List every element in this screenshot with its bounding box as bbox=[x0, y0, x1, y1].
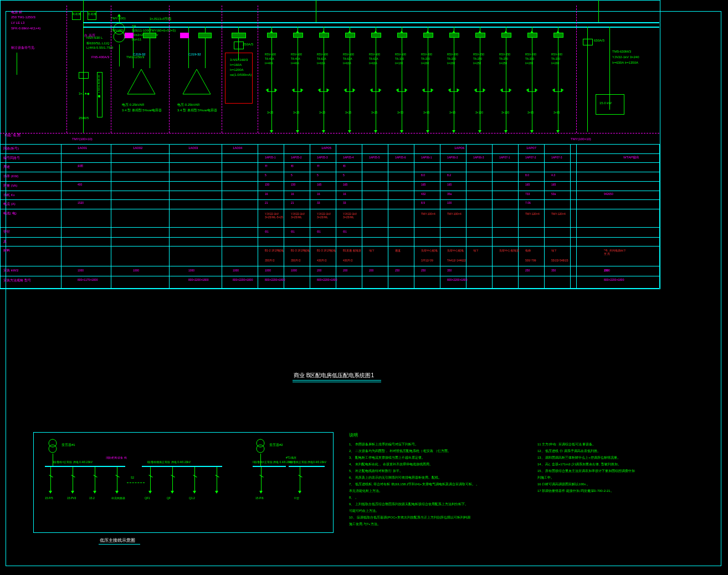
cell: 1AP06 bbox=[454, 146, 464, 150]
cell: 5 bbox=[343, 174, 345, 177]
fd-cb: 3×95 bbox=[553, 111, 560, 114]
tbl-h bbox=[0, 288, 659, 289]
cap-note4: 3.4 型 单相型 5%var电容器 bbox=[177, 108, 217, 113]
sub-title: 低压主接线示意图 bbox=[100, 537, 135, 543]
a bbox=[483, 89, 486, 92]
a bbox=[344, 89, 347, 92]
fd-rt: Ir=63A bbox=[317, 61, 325, 65]
sw-riser bbox=[217, 467, 217, 492]
cell: 800×2200×1800 bbox=[265, 279, 285, 282]
cell: 1AP07-2 bbox=[525, 156, 536, 159]
a bbox=[292, 89, 295, 92]
tbl-hdr: 电流 (A) bbox=[3, 202, 16, 207]
cell: 200 bbox=[317, 269, 321, 273]
cell: YJV22-1kV 3×25/WL bbox=[317, 213, 341, 219]
cell: 800×1175×1800 bbox=[78, 279, 98, 282]
cell: 1000 bbox=[604, 269, 610, 273]
cap-note1: 电压:0.25kVAR bbox=[122, 102, 144, 107]
a bbox=[535, 89, 538, 92]
title-ul2 bbox=[293, 382, 381, 382]
sw-riser bbox=[150, 467, 151, 492]
note-line: 3、 配电柜工作电流支撑接续当面上不超出原定值。 bbox=[349, 455, 521, 460]
fd-cb: 3×25 bbox=[345, 111, 351, 114]
a bbox=[526, 89, 529, 92]
cell: 165 bbox=[317, 183, 321, 187]
ct2: 3×1★◆ bbox=[79, 91, 90, 95]
fd-rt: Ir=63A bbox=[369, 61, 377, 65]
cell: 1AP05-2 bbox=[291, 156, 301, 159]
cell: 165 bbox=[447, 183, 452, 187]
sub-ul bbox=[99, 544, 140, 545]
tbl-v bbox=[659, 144, 660, 288]
feeder-riser bbox=[350, 27, 350, 132]
sw-lbl: 补充线路器 bbox=[111, 496, 125, 500]
l bbox=[260, 454, 261, 466]
in-ct: 标630/5(L.L1)Q bbox=[86, 41, 109, 46]
gen-r: Ir=630A Ir=1350A bbox=[612, 61, 638, 64]
spare-box bbox=[225, 53, 253, 104]
arrow bbox=[259, 491, 263, 494]
note-line: 2、 二次设备均为四面型， 补对照低压配电系统（ 框安装 （仁方面。 bbox=[349, 449, 521, 454]
arrow bbox=[49, 491, 52, 494]
fuse bbox=[553, 33, 563, 38]
vdash bbox=[111, 6, 111, 133]
feeder-riser bbox=[480, 27, 480, 132]
tbl-v bbox=[466, 144, 466, 288]
cell: 1000 bbox=[188, 269, 194, 273]
fd-ct: TA-200 bbox=[525, 57, 534, 60]
arrow bbox=[171, 491, 174, 494]
arrow bbox=[148, 491, 152, 494]
fuse bbox=[501, 33, 511, 38]
fd-rt: Ir=250 bbox=[499, 61, 507, 65]
sub-schematic: 变压器#1 变压器#2 I段母线=正常段 供电 0.4/0.23kV 消防柜局·… bbox=[33, 432, 334, 533]
cell: 地下 bbox=[369, 249, 375, 253]
tbl-h bbox=[0, 162, 659, 163]
cap-note2: 3.4 型 单相型 5%var电容器 bbox=[122, 108, 162, 113]
feeder-riser bbox=[324, 27, 324, 132]
sw-blade bbox=[148, 475, 152, 478]
sw-blade bbox=[215, 475, 219, 478]
fd-sw: RSV-250 bbox=[473, 53, 484, 56]
cell: 800×2200×1800 bbox=[317, 279, 337, 282]
cell: 33 bbox=[343, 202, 346, 205]
fd-rt: Ir=250 bbox=[473, 61, 481, 65]
note-line: 11 主方(中有: 至调综合低可法 量设备。 bbox=[537, 442, 693, 447]
cell: 负荷中心 配电室 bbox=[499, 249, 519, 253]
tbl-hdr: 回路(柜号) bbox=[3, 146, 19, 151]
tbl-hdr: 编号回路号 bbox=[3, 156, 20, 161]
arrow bbox=[71, 491, 74, 494]
cell: 5 bbox=[265, 174, 266, 177]
note-line: 12、 低压进线 仆 调系子调高在表低列推。 bbox=[537, 449, 693, 454]
sw-lbl: 15.P/6 bbox=[255, 496, 263, 500]
note-line: 4、 未列配电柜在此， 在设置补齐故障停电缆接线图用。 bbox=[349, 462, 521, 467]
tbl-h bbox=[0, 191, 659, 191]
fuse bbox=[423, 33, 433, 38]
cell: 21 bbox=[291, 202, 294, 205]
wtap-note: WTAP输出 bbox=[623, 155, 639, 160]
feeder-riser bbox=[376, 27, 376, 132]
a bbox=[266, 89, 269, 92]
cell: 8.9 bbox=[421, 202, 425, 205]
tbl-hdr: 及 bbox=[3, 239, 7, 244]
a bbox=[431, 89, 434, 92]
line bbox=[119, 44, 120, 66]
a bbox=[370, 89, 373, 92]
cell: 1AP05-6 bbox=[395, 156, 406, 159]
cell: 53a bbox=[551, 193, 556, 196]
sw-blade bbox=[193, 475, 197, 478]
bb4: TMY(60×6+50×5) bbox=[150, 29, 176, 32]
cell: 负荷中心配电 bbox=[421, 249, 438, 253]
b2l: I段母线继保正常段 供电 0.4/0.23kV bbox=[147, 460, 191, 464]
tbl-v bbox=[544, 144, 545, 288]
tbl-h bbox=[0, 172, 659, 172]
cell: 350斤/2 bbox=[265, 259, 275, 263]
cell: 165 bbox=[551, 183, 556, 187]
cell: 8.0 bbox=[525, 174, 529, 177]
tie bbox=[127, 482, 145, 483]
title-ul bbox=[293, 380, 381, 381]
fuse bbox=[475, 33, 485, 38]
cell: 150 bbox=[265, 183, 269, 187]
fd-cb: 3×25 bbox=[267, 111, 273, 114]
cell: 33 bbox=[317, 202, 320, 205]
info2: 250 TM1-1250/3 bbox=[11, 16, 35, 19]
